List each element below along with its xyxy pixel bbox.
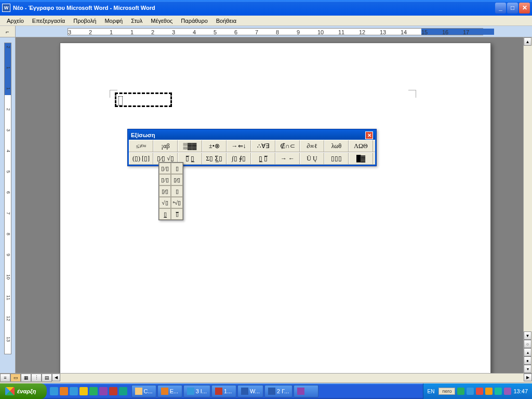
equation-object[interactable] (115, 92, 172, 107)
taskbar-item-icon (135, 388, 142, 395)
equation-palette-row1-4[interactable]: →⇐↓ (227, 140, 251, 152)
equation-palette-row1-0[interactable]: ≤≠≈ (129, 140, 153, 152)
fraction-template-3-1[interactable]: ⁿ√▯ (171, 197, 183, 208)
web-layout-view-button[interactable]: ▦ (21, 374, 31, 382)
taskbar-item-0[interactable]: C... (131, 385, 156, 397)
next-page-button[interactable]: ▾ (524, 365, 531, 373)
fraction-template-0-0[interactable]: ▯/▯ (159, 163, 171, 174)
equation-palette-row1-1[interactable]: ¡αβ (153, 140, 178, 152)
equation-palette-row1-9[interactable]: ΛΩΘ (349, 140, 373, 152)
equation-palette-row1-7[interactable]: ∂∞ℓ (300, 140, 324, 152)
equation-insertion-slot[interactable] (118, 96, 123, 105)
scroll-down-button[interactable]: ▼ (524, 331, 531, 340)
scroll-left-button[interactable]: ◀ (52, 374, 60, 381)
browse-object-button[interactable]: ● (524, 356, 531, 365)
nero-search[interactable]: nero (438, 388, 455, 395)
fraction-template-1-0[interactable]: ▯/▯ (159, 174, 171, 185)
taskbar-item-6[interactable] (294, 385, 318, 397)
menu-size[interactable]: Μέγεθος (147, 17, 177, 25)
equation-palette-row2-7[interactable]: Ū Ų (300, 153, 324, 164)
document-page[interactable] (60, 43, 491, 373)
equation-palette-row1-2[interactable]: ▒▓▓ (178, 140, 202, 152)
outlook-icon[interactable] (79, 387, 88, 395)
tray-icon-1[interactable] (457, 388, 464, 395)
tray-icon-6[interactable] (504, 388, 511, 395)
start-button[interactable]: έναρξη (0, 383, 47, 399)
app-icon-1[interactable] (109, 387, 117, 395)
horizontal-scrollbar[interactable]: ◀ ▶ (52, 374, 532, 382)
equation-palette-row2-5[interactable]: ▯̲ ▯̅ (251, 153, 275, 164)
equation-palette-row2-3[interactable]: Σ▯ Σ̲▯ (202, 153, 227, 164)
app-icon-2[interactable] (119, 387, 127, 395)
vertical-scrollbar[interactable]: ▲ ▼ ○ ▴ ● ▾ (523, 37, 532, 373)
fraction-template-0-1[interactable]: ▯ (171, 163, 183, 174)
fraction-template-2-1[interactable]: ▯ (171, 185, 183, 197)
vertical-ruler[interactable]: 2112345678910111213 (0, 37, 16, 373)
taskbar-item-label: W... (250, 388, 260, 394)
equation-toolbar-close-button[interactable]: ✕ (365, 131, 373, 139)
scroll-up-button[interactable]: ▲ (524, 37, 531, 46)
outline-view-button[interactable]: ⋮ (31, 374, 42, 382)
tray-icon-5[interactable] (495, 388, 502, 395)
fraction-radical-templates-dropdown[interactable]: ▯/▯▯▯/▯▯⁄▯▯⁄▯▯√▯ⁿ√▯▯̲▯̅ (158, 162, 183, 220)
taskbar-item-5[interactable]: 2 Γ... (264, 385, 292, 397)
menu-file[interactable]: Αρχείο (3, 17, 28, 25)
scroll-right-button[interactable]: ▶ (524, 374, 532, 381)
equation-palette-row1-5[interactable]: ∴∀∃ (251, 140, 275, 152)
equation-palette-row2-9[interactable]: █▓ (349, 153, 373, 164)
firefox-icon[interactable] (60, 387, 68, 395)
reading-view-button[interactable]: ▤ (42, 374, 52, 382)
bottom-bar: ≡ ▭ ▦ ⋮ ▤ ◀ ▶ (0, 373, 532, 382)
maximize-button[interactable]: □ (507, 3, 518, 14)
equation-palette-row1-3[interactable]: ±•⊗ (202, 140, 227, 152)
windows-flag-icon (5, 387, 15, 395)
menu-edit[interactable]: Επεξεργασία (28, 17, 69, 25)
taskbar-item-1[interactable]: E... (157, 385, 182, 397)
equation-palette-row2-8[interactable]: ▯▯▯ (324, 153, 349, 164)
normal-view-button[interactable]: ≡ (0, 374, 10, 382)
show-desktop-icon[interactable] (89, 387, 98, 395)
taskbar-item-2[interactable]: 3 I... (183, 385, 210, 397)
document-canvas[interactable] (16, 37, 523, 373)
fraction-template-1-1[interactable]: ▯⁄▯ (171, 174, 183, 185)
tray-icon-3[interactable] (476, 388, 483, 395)
prev-page-button[interactable]: ▴ (524, 348, 531, 356)
menu-help[interactable]: Βοήθεια (212, 17, 241, 25)
taskbar-item-label: 3 I... (196, 388, 207, 394)
menubar: Αρχείο Επεξεργασία Προβολή Μορφή Στυλ Μέ… (0, 16, 532, 26)
equation-palette-row1-6[interactable]: ∉∩⊂ (275, 140, 300, 152)
page-browse-marker[interactable]: ○ (524, 340, 531, 348)
menu-format[interactable]: Μορφή (100, 17, 127, 25)
minimize-button[interactable]: _ (495, 3, 506, 14)
menu-window[interactable]: Παράθυρο (177, 17, 211, 25)
horizontal-ruler[interactable]: 3211234567891011121314151617 (16, 26, 532, 37)
language-indicator[interactable]: EN (428, 389, 435, 394)
fraction-template-4-0[interactable]: ▯̲ (159, 208, 171, 220)
print-layout-view-button[interactable]: ▭ (10, 374, 21, 382)
equation-toolbar-label: Εξίσωση (131, 132, 365, 138)
tray-icon-4[interactable] (485, 388, 493, 395)
ie-icon[interactable] (50, 387, 58, 395)
equation-toolbar[interactable]: Εξίσωση ✕ ≤≠≈¡αβ▒▓▓±•⊗→⇐↓∴∀∃∉∩⊂∂∞ℓλωθΛΩΘ… (127, 129, 377, 166)
equation-palette-row2-0[interactable]: (▯) [▯] (129, 153, 153, 164)
clock[interactable]: 13:47 (513, 388, 528, 394)
ruler-corner[interactable]: ⌐ (0, 26, 16, 37)
taskbar: έναρξη C...E...3 I...1...W...2 Γ... EN n… (0, 383, 532, 399)
fraction-template-2-0[interactable]: ▯⁄▯ (159, 185, 171, 197)
tray-icon-2[interactable] (467, 388, 474, 395)
taskbar-item-4[interactable]: W... (237, 385, 263, 397)
close-button[interactable]: ✕ (519, 3, 530, 14)
menu-view[interactable]: Προβολή (69, 17, 100, 25)
fraction-template-3-0[interactable]: √▯ (159, 197, 171, 208)
equation-palette-row1-8[interactable]: λωθ (324, 140, 349, 152)
taskbar-item-3[interactable]: 1... (211, 385, 236, 397)
browser-icon[interactable] (70, 387, 78, 395)
taskbar-item-icon (241, 388, 248, 395)
media-player-icon[interactable] (99, 387, 108, 395)
equation-palette-row2-6[interactable]: → ← (275, 153, 300, 164)
menu-style[interactable]: Στυλ (127, 17, 147, 25)
fraction-template-4-1[interactable]: ▯̅ (171, 208, 183, 220)
taskbar-item-icon (161, 388, 168, 395)
equation-toolbar-title[interactable]: Εξίσωση ✕ (129, 130, 375, 140)
equation-palette-row2-4[interactable]: ∫▯ ∮▯ (227, 153, 251, 164)
